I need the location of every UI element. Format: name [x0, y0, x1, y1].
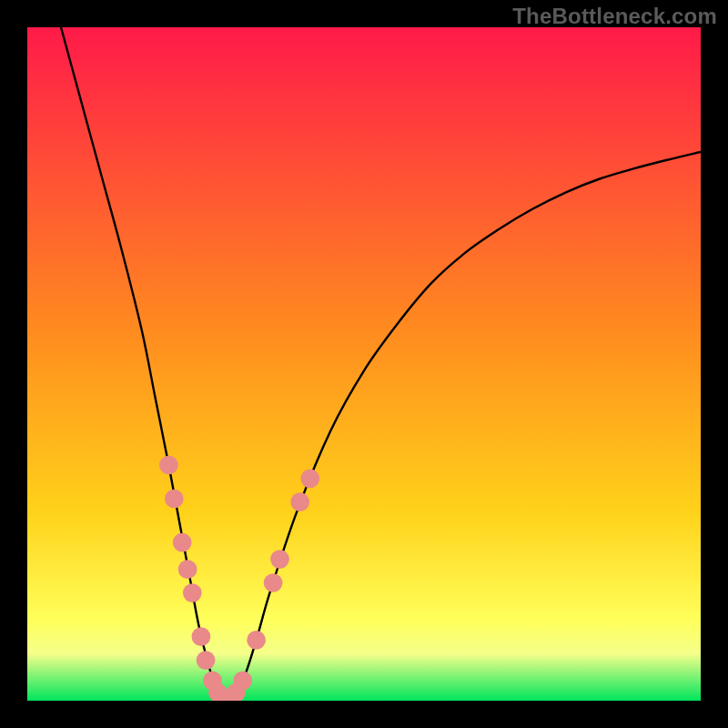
- gradient-background: [27, 27, 701, 701]
- marker-dot: [197, 651, 216, 670]
- marker-dot: [173, 533, 192, 552]
- marker-dot: [192, 627, 211, 646]
- marker-dot: [183, 583, 202, 602]
- marker-dot: [233, 671, 252, 690]
- marker-dot: [264, 573, 283, 592]
- marker-dot: [270, 550, 289, 569]
- marker-dot: [178, 560, 197, 579]
- marker-dot: [290, 492, 309, 511]
- chart-plot: [27, 27, 701, 701]
- marker-dot: [300, 469, 319, 488]
- chart-frame: TheBottleneck.com: [0, 0, 728, 728]
- watermark-text: TheBottleneck.com: [512, 4, 717, 29]
- marker-dot: [159, 456, 178, 475]
- marker-dot: [247, 631, 266, 650]
- marker-dot: [165, 490, 184, 509]
